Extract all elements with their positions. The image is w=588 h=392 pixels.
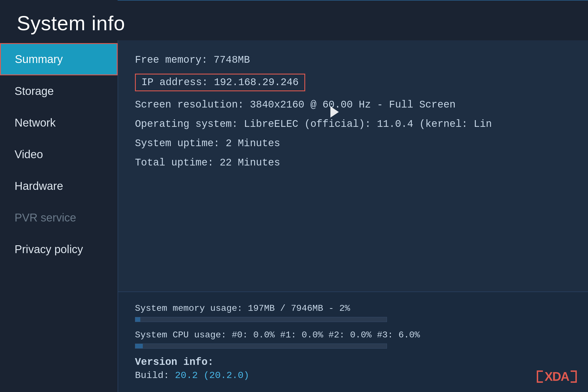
xda-bracket-left [537,370,543,383]
xda-text: XDA [545,370,569,384]
sidebar-item-pvr: PVR service [0,202,118,234]
total-uptime-label: Total uptime: [135,157,214,169]
version-build-row: Build: 20.2 (20.2.0) [135,370,571,381]
cpu-usage-label: System CPU usage: [135,330,226,340]
xda-bracket-right [571,370,577,383]
build-value: 20.2 (20.2.0) [175,370,249,381]
total-uptime-value: 22 Minutes [220,157,280,169]
free-memory-label: Free memory: [135,54,207,66]
stats-section: System memory usage: 197MB / 7946MB - 2%… [118,292,588,392]
free-memory-row: Free memory: 7748MB [135,54,571,66]
screen-resolution-value: 3840x2160 @ 60.00 Hz - Full Screen [250,99,456,111]
ip-address-label: IP address: [141,77,208,88]
uptime-value: 2 Minutes [226,138,280,149]
content-area: Free memory: 7748MB IP address: 192.168.… [118,40,588,392]
memory-usage-value: 197MB / 7946MB - 2% [248,303,350,314]
uptime-label: System uptime: [135,138,220,149]
os-row: Operating system: LibreELEC (official): … [135,118,571,130]
cpu-usage-value: #0: 0.0% #1: 0.0% #2: 0.0% #3: 6.0% [232,330,420,340]
sidebar-item-summary[interactable]: Summary [0,43,118,75]
xda-logo: XDA [537,370,577,384]
info-section: Free memory: 7748MB IP address: 192.168.… [118,40,588,292]
sidebar-item-privacy[interactable]: Privacy policy [0,234,118,265]
memory-usage-label: System memory usage: [135,303,242,314]
memory-usage-row: System memory usage: 197MB / 7946MB - 2% [135,303,571,314]
ip-address-row: IP address: 192.168.29.246 [135,74,305,91]
cpu-progress-bar [135,344,387,349]
sidebar-item-network[interactable]: Network [0,107,118,139]
cursor-icon [330,106,339,118]
uptime-row: System uptime: 2 Minutes [135,138,571,149]
ip-address-value: 192.168.29.246 [214,77,298,88]
memory-progress-fill [135,317,140,322]
os-value: LibreELEC (official): 11.0.4 (kernel: Li… [244,118,492,130]
build-label: Build: [135,370,169,381]
version-label: Version info: [135,356,571,368]
cpu-progress-fill [135,344,143,348]
memory-progress-bar [135,317,387,322]
sidebar-item-hardware[interactable]: Hardware [0,170,118,202]
cpu-usage-row: System CPU usage: #0: 0.0% #1: 0.0% #2: … [135,330,571,340]
free-memory-value: 7748MB [214,54,250,66]
main-content: Summary Storage Network Video Hardware P… [0,40,588,392]
sidebar-item-video[interactable]: Video [0,139,118,170]
sidebar: Summary Storage Network Video Hardware P… [0,40,118,392]
total-uptime-row: Total uptime: 22 Minutes [135,157,571,169]
page-header: System info [0,1,588,40]
page-title: System info [17,12,571,35]
screen-resolution-row: Screen resolution: 3840x2160 @ 60.00 Hz … [135,99,571,111]
os-label: Operating system: [135,118,238,130]
sidebar-item-storage[interactable]: Storage [0,75,118,107]
screen-resolution-label: Screen resolution: [135,99,244,111]
